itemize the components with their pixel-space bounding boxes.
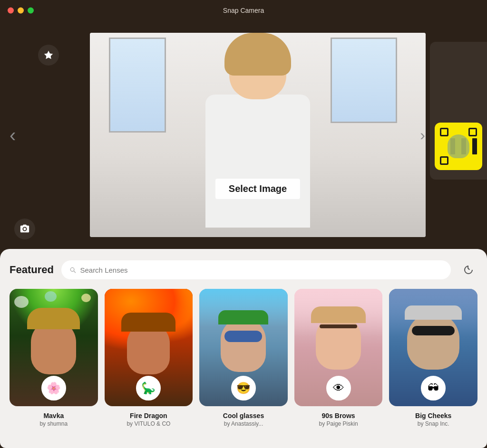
bottom-section: Featured <box>0 249 487 448</box>
search-input[interactable] <box>80 266 443 274</box>
search-icon <box>69 266 77 274</box>
lens-avatar-cool-glasses: 😎 <box>231 376 256 400</box>
lens-card-cool-glasses[interactable]: 😎 Cool glasses by Anastassiy... <box>199 289 288 427</box>
lens-avatar-fire-dragon: 🦕 <box>136 376 161 400</box>
minimize-button[interactable] <box>18 8 24 14</box>
search-bar[interactable] <box>61 260 451 279</box>
lens-thumbnail-cool-glasses: 😎 <box>199 289 288 406</box>
favorites-button[interactable] <box>38 45 59 66</box>
lens-author-cool-glasses: by Anastassiy... <box>224 420 263 427</box>
lens-thumbnail-fire-dragon: 🦕 <box>105 289 193 406</box>
lens-thumbnail-mavka: 🌸 <box>10 289 98 406</box>
lens-avatar-mavka: 🌸 <box>41 376 66 400</box>
lens-name-90s-brows: 90s Brows <box>322 412 355 419</box>
featured-label: Featured <box>10 264 54 276</box>
app-title: Snap Camera <box>223 7 264 14</box>
lens-card-fire-dragon[interactable]: 🦕 Fire Dragon by VITULO & CO <box>105 289 193 427</box>
traffic-lights <box>8 8 34 14</box>
history-icon <box>462 264 474 276</box>
lens-name-cool-glasses: Cool glasses <box>223 412 264 419</box>
prev-arrow[interactable]: ‹ <box>10 124 16 146</box>
camera-feed <box>90 33 426 237</box>
lens-grid: 🌸 Mavka by shumna 🦕 Fire Dragon by VITUL… <box>10 289 477 427</box>
lens-author-big-cheeks: by Snap Inc. <box>418 420 449 427</box>
snapcode-image[interactable] <box>435 123 482 170</box>
lens-name-big-cheeks: Big Cheeks <box>415 412 451 419</box>
snapcode-panel <box>430 42 487 180</box>
window-left <box>109 38 166 133</box>
star-icon <box>43 50 54 60</box>
lens-author-fire-dragon: by VITULO & CO <box>127 420 170 427</box>
screenshot-button[interactable] <box>14 219 35 239</box>
lens-author-90s-brows: by Paige Piskin <box>319 420 358 427</box>
camera-icon <box>19 224 30 234</box>
title-bar: Snap Camera <box>0 0 487 21</box>
lens-thumbnail-big-cheeks: 🕶 <box>389 289 477 406</box>
lens-avatar-big-cheeks: 🕶 <box>421 376 446 400</box>
maximize-button[interactable] <box>28 8 34 14</box>
bottom-header: Featured <box>10 260 477 279</box>
history-button[interactable] <box>458 260 477 279</box>
camera-section: ‹ Select Image › <box>0 21 487 249</box>
lens-avatar-90s-brows: 👁 <box>326 376 351 400</box>
person-silhouette <box>186 38 329 237</box>
lens-thumbnail-90s-brows: 👁 <box>294 289 383 406</box>
camera-preview: Select Image <box>90 33 426 237</box>
next-arrow[interactable]: › <box>420 126 425 144</box>
lens-card-90s-brows[interactable]: 👁 90s Brows by Paige Piskin <box>294 289 383 427</box>
lens-card-big-cheeks[interactable]: 🕶 Big Cheeks by Snap Inc. <box>389 289 477 427</box>
close-button[interactable] <box>8 8 14 14</box>
window-right <box>331 38 397 123</box>
lens-author-mavka: by shumna <box>39 420 68 427</box>
lens-name-fire-dragon: Fire Dragon <box>130 412 167 419</box>
lens-name-mavka: Mavka <box>43 412 64 419</box>
select-image-button[interactable]: Select Image <box>215 179 300 199</box>
lens-card-mavka[interactable]: 🌸 Mavka by shumna <box>10 289 98 427</box>
